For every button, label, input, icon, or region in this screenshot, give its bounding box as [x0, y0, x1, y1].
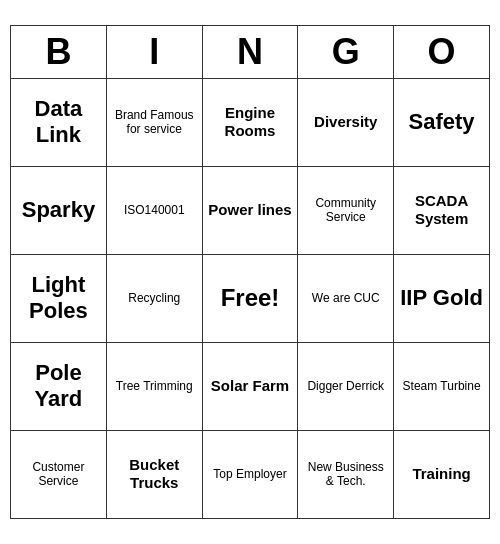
bingo-cell-4-3: New Business & Tech. [298, 430, 394, 518]
header-i: I [106, 26, 202, 78]
bingo-cell-0-3: Diversity [298, 78, 394, 166]
bingo-cell-4-1: Bucket Trucks [106, 430, 202, 518]
bingo-row-2: Light PolesRecyclingFree!We are CUCIIP G… [11, 254, 490, 342]
bingo-row-3: Pole YardTree TrimmingSolar FarmDigger D… [11, 342, 490, 430]
header-b: B [11, 26, 107, 78]
bingo-row-0: Data LinkBrand Famous for serviceEngine … [11, 78, 490, 166]
bingo-cell-1-2: Power lines [202, 166, 298, 254]
header-o: O [394, 26, 490, 78]
bingo-cell-3-4: Steam Turbine [394, 342, 490, 430]
bingo-cell-0-2: Engine Rooms [202, 78, 298, 166]
bingo-cell-1-3: Community Service [298, 166, 394, 254]
bingo-cell-0-1: Brand Famous for service [106, 78, 202, 166]
bingo-cell-2-0: Light Poles [11, 254, 107, 342]
bingo-cell-0-0: Data Link [11, 78, 107, 166]
bingo-cell-1-4: SCADA System [394, 166, 490, 254]
bingo-cell-3-1: Tree Trimming [106, 342, 202, 430]
bingo-cell-4-0: Customer Service [11, 430, 107, 518]
bingo-cell-4-4: Training [394, 430, 490, 518]
bingo-cell-3-3: Digger Derrick [298, 342, 394, 430]
bingo-cell-0-4: Safety [394, 78, 490, 166]
bingo-cell-2-4: IIP Gold [394, 254, 490, 342]
bingo-cell-1-0: Sparky [11, 166, 107, 254]
header-g: G [298, 26, 394, 78]
header-row: B I N G O [11, 26, 490, 78]
bingo-row-4: Customer ServiceBucket TrucksTop Employe… [11, 430, 490, 518]
bingo-cell-3-0: Pole Yard [11, 342, 107, 430]
bingo-cell-4-2: Top Employer [202, 430, 298, 518]
bingo-cell-2-3: We are CUC [298, 254, 394, 342]
header-n: N [202, 26, 298, 78]
bingo-cell-1-1: ISO140001 [106, 166, 202, 254]
bingo-row-1: SparkyISO140001Power linesCommunity Serv… [11, 166, 490, 254]
bingo-cell-3-2: Solar Farm [202, 342, 298, 430]
bingo-cell-2-1: Recycling [106, 254, 202, 342]
bingo-cell-2-2: Free! [202, 254, 298, 342]
bingo-card: B I N G O Data LinkBrand Famous for serv… [10, 25, 490, 518]
